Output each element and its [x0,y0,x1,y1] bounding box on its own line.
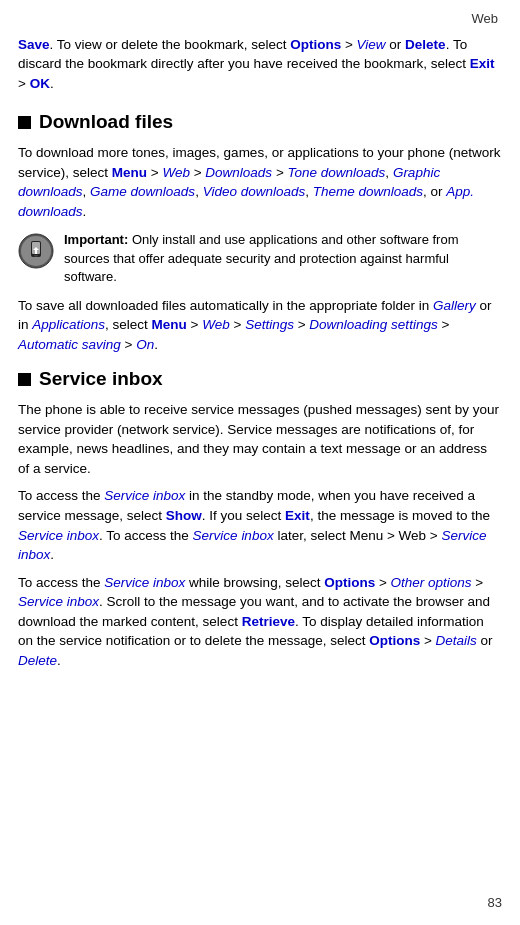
tone-downloads-link: Tone downloads [288,165,386,180]
download-para-2: To save all downloaded files automatical… [18,296,502,355]
si-text-1: The phone is able to receive service mes… [18,402,499,476]
exit-link-si: Exit [285,508,310,523]
page-container: Web Save. To view or delete the bookmark… [0,0,520,925]
service-inbox-link-1: Service inbox [104,488,185,503]
important-label: Important: [64,232,128,247]
dl-text-6: , [83,184,91,199]
dl-text-2: > [147,165,162,180]
save-link: Save [18,37,50,52]
applications-link: Applications [32,317,105,332]
intro-text-2: > [341,37,356,52]
delete-link-intro: Delete [405,37,446,52]
service-inbox-link-6: Service inbox [18,594,99,609]
si-text-8: . [50,547,54,562]
web-link-2: Web [202,317,230,332]
intro-text-3: or [386,37,406,52]
menu-link-1: Menu [112,165,147,180]
service-inbox-heading: Service inbox [18,365,502,393]
dl2-text-8: > [121,337,136,352]
download-files-title: Download files [39,108,173,136]
options-link-si-2: Options [369,633,420,648]
dl-text-5: , [385,165,393,180]
dl2-text-9: . [154,337,158,352]
service-para-2: To access the Service inbox in the stand… [18,486,502,564]
download-files-body: To download more tones, images, games, o… [18,143,502,355]
downloads-link: Downloads [205,165,272,180]
game-downloads-link: Game downloads [90,184,195,199]
delete-link-si: Delete [18,653,57,668]
ok-link-intro: OK [30,76,50,91]
download-files-heading: Download files [18,108,502,136]
on-link: On [136,337,154,352]
retrieve-link: Retrieve [242,614,295,629]
download-para-1: To download more tones, images, games, o… [18,143,502,221]
options-link-si: Options [324,575,375,590]
si-text-5: , the message is moved to the [310,508,490,523]
dl-text-8: , [305,184,313,199]
intro-text-5: > [18,76,30,91]
dl-text-10: . [83,204,87,219]
si-text-6: . To access the [99,528,193,543]
service-inbox-link-3: Service inbox [193,528,274,543]
downloading-settings-link: Downloading settings [309,317,437,332]
si-text-2: To access the [18,488,104,503]
dl2-text-7: > [438,317,450,332]
video-downloads-link: Video downloads [203,184,306,199]
dl-text-9: , or [423,184,446,199]
dl-text-7: , [195,184,203,199]
service-inbox-link-5: Service inbox [104,575,185,590]
dl2-text-4: > [187,317,202,332]
page-header: Web [18,10,502,29]
bullet-square-2 [18,373,31,386]
web-link-1: Web [162,165,190,180]
page-number: 83 [488,894,502,913]
dl2-text-6: > [294,317,309,332]
svg-rect-4 [34,255,38,257]
important-text-content: Important: Only install and use applicat… [64,231,502,286]
view-link: View [357,37,386,52]
si-text-15: > [420,633,435,648]
service-para-1: The phone is able to receive service mes… [18,400,502,478]
dl-text-3: > [190,165,205,180]
dl2-text-1: To save all downloaded files automatical… [18,298,433,313]
si-text-4: . If you select [202,508,285,523]
si-text-10: while browsing, select [185,575,324,590]
dl-text-4: > [272,165,287,180]
gallery-link: Gallery [433,298,476,313]
page-title: Web [472,11,499,26]
si-text-17: . [57,653,61,668]
dl2-text-3: , select [105,317,152,332]
si-text-16: or [477,633,493,648]
warning-icon [18,233,54,269]
si-text-12: > [472,575,484,590]
service-para-3: To access the Service inbox while browsi… [18,573,502,671]
theme-downloads-link: Theme downloads [313,184,423,199]
other-options-link: Other options [391,575,472,590]
bullet-square-1 [18,116,31,129]
important-box: Important: Only install and use applicat… [18,231,502,286]
intro-text-6: . [50,76,54,91]
show-link: Show [166,508,202,523]
si-text-11: > [375,575,390,590]
si-text-9: To access the [18,575,104,590]
automatic-saving-link: Automatic saving [18,337,121,352]
settings-link: Settings [245,317,294,332]
exit-link-intro: Exit [470,56,495,71]
si-text-7: later, select Menu > Web > [274,528,442,543]
service-inbox-link-2: Service inbox [18,528,99,543]
intro-text-1: . To view or delete the bookmark, select [50,37,291,52]
menu-link-2: Menu [152,317,187,332]
details-link: Details [436,633,477,648]
intro-paragraph: Save. To view or delete the bookmark, se… [18,35,502,94]
options-link-intro: Options [290,37,341,52]
service-inbox-title: Service inbox [39,365,163,393]
service-inbox-body: The phone is able to receive service mes… [18,400,502,670]
dl2-text-5: > [230,317,245,332]
